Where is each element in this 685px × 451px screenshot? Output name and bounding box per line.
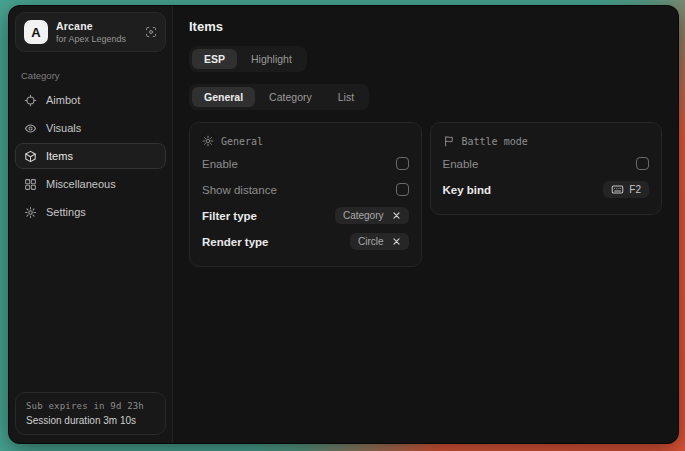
close-icon[interactable] <box>392 211 401 220</box>
sub-expires-text: Sub expires in 9d 23h <box>26 401 155 411</box>
enable-checkbox[interactable] <box>636 157 649 170</box>
sidebar-item-label: Visuals <box>46 122 81 134</box>
panels-row: GeneralEnableShow distanceFilter typeCat… <box>189 122 662 267</box>
box-icon <box>24 150 37 163</box>
sidebar-item-aimbot[interactable]: Aimbot <box>15 87 166 113</box>
setting-row-show-distance: Show distance <box>202 177 409 202</box>
grid-icon <box>24 178 37 191</box>
app-logo: A <box>24 20 48 44</box>
setting-label: Enable <box>443 158 479 170</box>
enable-checkbox[interactable] <box>396 157 409 170</box>
setting-label: Render type <box>202 236 268 248</box>
panel-title-text: General <box>221 136 263 147</box>
sidebar-item-label: Miscellaneous <box>46 178 116 190</box>
app-window: A Arcane for Apex Legends Category Aimbo… <box>8 5 679 444</box>
gear-icon <box>24 206 37 219</box>
setting-label: Enable <box>202 158 238 170</box>
setting-row-enable: Enable <box>202 151 409 176</box>
select-value: Category <box>343 210 384 221</box>
session-duration-text: Session duration 3m 10s <box>26 415 155 426</box>
crosshair-icon <box>24 94 37 107</box>
show-distance-checkbox[interactable] <box>396 183 409 196</box>
sidebar-nav: AimbotVisualsItemsMiscellaneousSettings <box>15 87 166 225</box>
panel-title-text: Battle mode <box>462 136 528 147</box>
keybind-value: F2 <box>629 184 641 195</box>
panel-general: GeneralEnableShow distanceFilter typeCat… <box>189 122 422 267</box>
sub-tabs: GeneralCategoryList <box>189 84 369 110</box>
crosshair-scan-icon[interactable] <box>145 26 157 38</box>
sun-icon <box>202 135 214 147</box>
setting-row-filter-type: Filter typeCategory <box>202 203 409 228</box>
sidebar-item-label: Aimbot <box>46 94 80 106</box>
setting-row-render-type: Render typeCircle <box>202 229 409 254</box>
panel-title: General <box>202 135 409 147</box>
main-content: Items ESPHighlight GeneralCategoryList G… <box>173 6 678 443</box>
select-value: Circle <box>358 236 384 247</box>
subtab-list[interactable]: List <box>326 87 366 107</box>
subtab-general[interactable]: General <box>192 87 255 107</box>
setting-label: Filter type <box>202 210 257 222</box>
key-bind-button[interactable]: F2 <box>603 181 649 198</box>
app-name: Arcane <box>56 20 137 32</box>
page-title: Items <box>189 19 662 34</box>
subtab-category[interactable]: Category <box>257 87 324 107</box>
subscription-card: Sub expires in 9d 23h Session duration 3… <box>15 392 166 435</box>
sidebar-item-items[interactable]: Items <box>15 143 166 169</box>
setting-label: Key bind <box>443 184 492 196</box>
sidebar-section-label: Category <box>21 70 160 81</box>
app-subtitle: for Apex Legends <box>56 34 137 44</box>
sidebar-item-label: Items <box>46 150 73 162</box>
panel-title: Battle mode <box>443 135 650 147</box>
mode-tabs: ESPHighlight <box>189 46 307 72</box>
sidebar: A Arcane for Apex Legends Category Aimbo… <box>9 6 173 443</box>
filter-type-select[interactable]: Category <box>335 207 409 224</box>
tab-highlight[interactable]: Highlight <box>239 49 304 69</box>
sidebar-item-visuals[interactable]: Visuals <box>15 115 166 141</box>
sidebar-spacer <box>15 225 166 392</box>
close-icon[interactable] <box>392 237 401 246</box>
flag-icon <box>443 135 455 147</box>
brand-text: Arcane for Apex Legends <box>56 20 137 44</box>
panel-battle-mode: Battle modeEnableKey bindF2 <box>430 122 663 215</box>
keyboard-icon <box>611 184 624 195</box>
render-type-select[interactable]: Circle <box>350 233 409 250</box>
setting-row-enable: Enable <box>443 151 650 176</box>
eye-icon <box>24 122 37 135</box>
sidebar-item-settings[interactable]: Settings <box>15 199 166 225</box>
setting-label: Show distance <box>202 184 277 196</box>
sidebar-item-label: Settings <box>46 206 86 218</box>
setting-row-key-bind: Key bindF2 <box>443 177 650 202</box>
sidebar-item-miscellaneous[interactable]: Miscellaneous <box>15 171 166 197</box>
brand-card: A Arcane for Apex Legends <box>15 12 166 52</box>
tab-esp[interactable]: ESP <box>192 49 237 69</box>
